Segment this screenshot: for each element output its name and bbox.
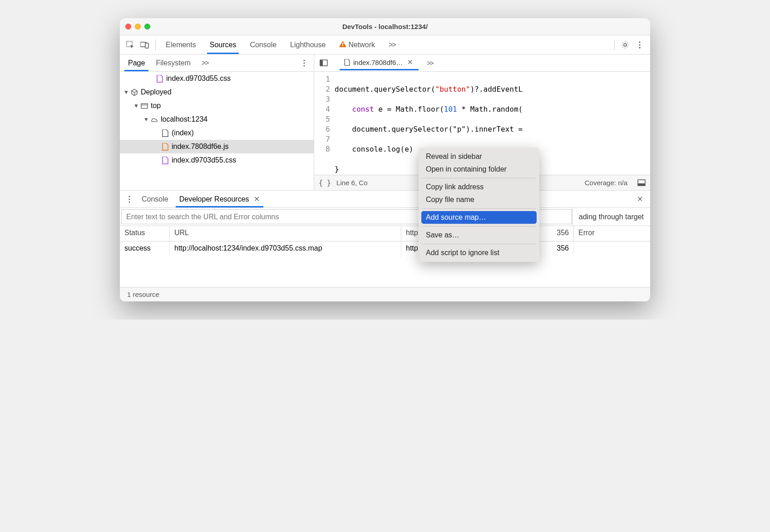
- svg-point-9: [303, 59, 305, 61]
- navigator-tab-page[interactable]: Page: [123, 55, 150, 71]
- inspect-element-icon[interactable]: [123, 38, 137, 52]
- css-file-icon: [156, 74, 163, 83]
- titlebar: DevTools - localhost:1234/: [120, 18, 650, 35]
- expand-icon: [123, 89, 128, 95]
- window-title: DevTools - localhost:1234/: [120, 23, 650, 30]
- tab-console[interactable]: Console: [243, 36, 283, 54]
- show-details-icon[interactable]: [637, 179, 646, 186]
- svg-rect-3: [342, 43, 343, 45]
- editor-tab[interactable]: index.7808df6… ✕: [340, 55, 419, 70]
- svg-rect-15: [320, 60, 323, 66]
- file-label: index.7808df6e.js: [172, 143, 228, 151]
- coverage-status: Coverage: n/a: [585, 179, 627, 187]
- drawer-footer: 1 resource: [120, 287, 650, 301]
- settings-icon[interactable]: [618, 38, 632, 52]
- editor-tabs: index.7808df6… ✕ >>: [314, 54, 650, 72]
- svg-point-19: [128, 198, 130, 200]
- expand-icon: [143, 116, 148, 123]
- menu-open-folder[interactable]: Open in containing folder: [419, 163, 539, 176]
- tree-label: localhost:1234: [161, 115, 207, 123]
- svg-point-5: [624, 44, 627, 46]
- menu-copy-link[interactable]: Copy link address: [419, 181, 539, 193]
- tab-network-label: Network: [348, 41, 375, 49]
- table-body: success http://localhost:1234/index.d970…: [120, 241, 650, 287]
- svg-rect-4: [342, 45, 343, 46]
- tabs-overflow-button[interactable]: >>: [382, 36, 402, 54]
- menu-reveal-sidebar[interactable]: Reveal in sidebar: [419, 150, 539, 163]
- tree-deployed[interactable]: Deployed: [120, 85, 314, 99]
- cell-status: success: [120, 241, 170, 257]
- more-options-icon[interactable]: [633, 41, 647, 49]
- menu-save-as[interactable]: Save as…: [419, 229, 539, 241]
- svg-rect-17: [638, 183, 645, 186]
- tab-sources[interactable]: Sources: [203, 36, 243, 54]
- col-status[interactable]: Status: [120, 226, 170, 241]
- drawer-tab-devres[interactable]: Developer Resources ✕: [174, 191, 265, 207]
- tree-file-css-2[interactable]: index.d9703d55.css: [120, 153, 314, 167]
- toolbar-divider: [614, 39, 615, 50]
- col-error[interactable]: Error: [574, 226, 650, 241]
- maximize-window-button[interactable]: [144, 24, 150, 30]
- menu-copy-filename[interactable]: Copy file name: [419, 193, 539, 206]
- file-label: (index): [172, 129, 194, 137]
- svg-rect-12: [141, 103, 148, 108]
- cursor-position: Line 6, Co: [336, 179, 367, 187]
- tab-elements[interactable]: Elements: [159, 36, 202, 54]
- document-icon: [162, 129, 169, 137]
- menu-separator: [422, 226, 536, 227]
- svg-point-10: [303, 62, 305, 64]
- deployed-icon: [131, 88, 138, 96]
- cloud-icon: [151, 115, 158, 123]
- menu-ignore-script[interactable]: Add script to ignore list: [419, 246, 539, 259]
- file-label: index.d9703d55.css: [172, 156, 236, 164]
- tree-host[interactable]: localhost:1234: [120, 113, 314, 126]
- main-toolbar: Elements Sources Console Lighthouse Netw…: [120, 35, 650, 54]
- tree-file-css[interactable]: index.d9703d55.css: [120, 72, 314, 85]
- file-label: index.d9703d55.css: [166, 74, 231, 83]
- tree-top[interactable]: top: [120, 99, 314, 113]
- traffic-lights: [125, 24, 150, 30]
- device-toggle-icon[interactable]: [138, 38, 152, 52]
- line-gutter: 12 34 56 78: [314, 72, 335, 175]
- close-tab-icon[interactable]: ✕: [405, 58, 415, 66]
- navigator-tabs-overflow[interactable]: >>: [196, 55, 214, 71]
- menu-separator: [422, 178, 536, 178]
- tree-file-index[interactable]: (index): [120, 126, 314, 140]
- navigator-tabs: Page Filesystem >>: [120, 54, 314, 72]
- search-row: ading through target: [120, 208, 650, 226]
- svg-point-7: [639, 44, 640, 45]
- tab-network[interactable]: Network: [333, 36, 381, 54]
- cell-url: http://localhost:1234/index.d9703d55.css…: [170, 241, 401, 257]
- minimize-window-button[interactable]: [135, 24, 141, 30]
- css-file-icon: [162, 156, 169, 164]
- close-window-button[interactable]: [125, 24, 131, 30]
- table-row[interactable]: success http://localhost:1234/index.d970…: [120, 241, 650, 257]
- load-through-target-label: ading through target: [572, 208, 650, 226]
- navigator-pane: Page Filesystem >> index.d9703d55.css De…: [120, 54, 314, 190]
- tab-lighthouse[interactable]: Lighthouse: [284, 36, 332, 54]
- close-drawer-icon[interactable]: ✕: [632, 195, 647, 203]
- close-drawer-tab-icon[interactable]: ✕: [254, 195, 260, 203]
- drawer-more-icon[interactable]: [123, 196, 136, 203]
- pretty-print-icon[interactable]: { }: [319, 179, 331, 187]
- sources-panel: Page Filesystem >> index.d9703d55.css De…: [120, 54, 650, 191]
- file-tree: index.d9703d55.css Deployed top localhos…: [120, 72, 314, 190]
- toggle-navigator-icon[interactable]: [317, 56, 331, 70]
- menu-separator: [422, 208, 536, 209]
- svg-point-20: [128, 201, 130, 202]
- navigator-more-icon[interactable]: [297, 59, 311, 67]
- warning-icon: [339, 41, 346, 47]
- menu-add-source-map[interactable]: Add source map…: [421, 211, 537, 224]
- expand-icon: [133, 103, 138, 109]
- navigator-tab-filesystem[interactable]: Filesystem: [150, 55, 196, 71]
- editor-tabs-overflow[interactable]: >>: [421, 55, 439, 70]
- tree-file-js[interactable]: index.7808df6e.js: [120, 140, 314, 153]
- toolbar-divider: [155, 39, 156, 50]
- svg-point-11: [303, 65, 305, 66]
- table-header: Status URL http://lo… 356 Error: [120, 226, 650, 241]
- frame-icon: [141, 102, 148, 110]
- svg-point-6: [639, 41, 640, 43]
- js-file-icon: [162, 143, 169, 151]
- col-url[interactable]: URL: [170, 226, 401, 241]
- drawer-tab-console[interactable]: Console: [136, 192, 174, 207]
